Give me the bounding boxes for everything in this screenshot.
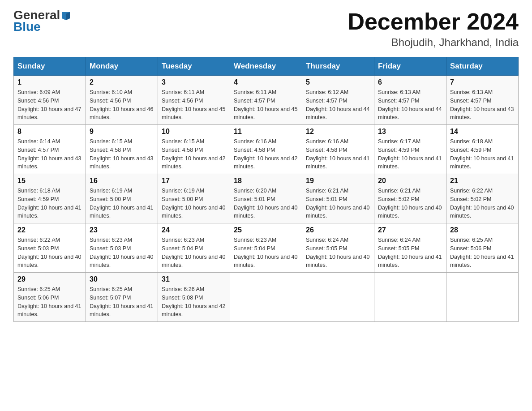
calendar-day-cell: 28Sunrise: 6:25 AMSunset: 5:06 PMDayligh… — [446, 223, 519, 273]
day-info: Sunrise: 6:25 AMSunset: 5:07 PMDaylight:… — [90, 285, 154, 319]
day-info: Sunrise: 6:23 AMSunset: 5:04 PMDaylight:… — [162, 236, 226, 270]
day-info: Sunrise: 6:13 AMSunset: 4:57 PMDaylight:… — [450, 88, 515, 122]
day-of-week-header: Monday — [86, 57, 158, 76]
calendar-day-cell: 2Sunrise: 6:10 AMSunset: 4:56 PMDaylight… — [86, 76, 158, 125]
calendar-day-cell: 4Sunrise: 6:11 AMSunset: 4:57 PMDaylight… — [230, 76, 302, 125]
day-info: Sunrise: 6:16 AMSunset: 4:58 PMDaylight:… — [306, 137, 370, 171]
calendar-day-cell: 3Sunrise: 6:11 AMSunset: 4:56 PMDaylight… — [158, 76, 230, 125]
day-info: Sunrise: 6:13 AMSunset: 4:57 PMDaylight:… — [378, 88, 442, 122]
calendar-day-cell: 30Sunrise: 6:25 AMSunset: 5:07 PMDayligh… — [86, 273, 158, 322]
calendar-day-cell: 17Sunrise: 6:19 AMSunset: 5:00 PMDayligh… — [158, 174, 230, 223]
calendar-day-cell: 20Sunrise: 6:21 AMSunset: 5:02 PMDayligh… — [374, 174, 446, 223]
calendar-day-cell — [302, 273, 374, 322]
day-info: Sunrise: 6:23 AMSunset: 5:04 PMDaylight:… — [234, 236, 298, 270]
day-number: 11 — [234, 128, 298, 136]
day-number: 20 — [378, 177, 442, 185]
day-number: 7 — [450, 78, 515, 86]
calendar-day-cell: 13Sunrise: 6:17 AMSunset: 4:59 PMDayligh… — [374, 125, 446, 174]
calendar-day-cell: 26Sunrise: 6:24 AMSunset: 5:05 PMDayligh… — [302, 223, 374, 273]
day-info: Sunrise: 6:15 AMSunset: 4:58 PMDaylight:… — [90, 137, 154, 171]
day-number: 18 — [234, 177, 298, 185]
day-number: 19 — [306, 177, 370, 185]
day-info: Sunrise: 6:12 AMSunset: 4:57 PMDaylight:… — [306, 88, 370, 122]
page-header: General Blue December 2024 Bhojudih, Jha… — [13, 9, 519, 49]
calendar-day-cell: 31Sunrise: 6:26 AMSunset: 5:08 PMDayligh… — [158, 273, 230, 322]
day-number: 30 — [90, 275, 154, 283]
calendar-day-cell: 19Sunrise: 6:21 AMSunset: 5:01 PMDayligh… — [302, 174, 374, 223]
day-info: Sunrise: 6:25 AMSunset: 5:06 PMDaylight:… — [450, 236, 515, 270]
day-number: 25 — [234, 226, 298, 234]
day-number: 13 — [378, 128, 442, 136]
day-number: 23 — [90, 226, 154, 234]
day-info: Sunrise: 6:18 AMSunset: 4:59 PMDaylight:… — [17, 187, 82, 220]
calendar-day-cell: 12Sunrise: 6:16 AMSunset: 4:58 PMDayligh… — [302, 125, 374, 174]
calendar-week-row: 29Sunrise: 6:25 AMSunset: 5:06 PMDayligh… — [14, 273, 519, 322]
calendar-day-cell: 27Sunrise: 6:24 AMSunset: 5:05 PMDayligh… — [374, 223, 446, 273]
day-info: Sunrise: 6:10 AMSunset: 4:56 PMDaylight:… — [90, 88, 154, 122]
day-number: 2 — [90, 78, 154, 86]
day-info: Sunrise: 6:11 AMSunset: 4:57 PMDaylight:… — [234, 88, 298, 122]
day-number: 17 — [162, 177, 226, 185]
calendar-day-cell: 8Sunrise: 6:14 AMSunset: 4:57 PMDaylight… — [14, 125, 86, 174]
day-info: Sunrise: 6:23 AMSunset: 5:03 PMDaylight:… — [90, 236, 154, 270]
day-number: 15 — [17, 177, 82, 185]
calendar-week-row: 8Sunrise: 6:14 AMSunset: 4:57 PMDaylight… — [14, 125, 519, 174]
day-number: 3 — [162, 78, 226, 86]
day-number: 31 — [162, 275, 226, 283]
month-title: December 2024 — [348, 9, 519, 34]
day-info: Sunrise: 6:15 AMSunset: 4:58 PMDaylight:… — [162, 137, 226, 171]
day-info: Sunrise: 6:22 AMSunset: 5:02 PMDaylight:… — [450, 187, 515, 220]
calendar-day-cell: 22Sunrise: 6:22 AMSunset: 5:03 PMDayligh… — [14, 223, 86, 273]
day-of-week-header: Friday — [374, 57, 446, 76]
calendar-day-cell: 10Sunrise: 6:15 AMSunset: 4:58 PMDayligh… — [158, 125, 230, 174]
day-number: 27 — [378, 226, 442, 234]
day-number: 8 — [17, 128, 82, 136]
title-block: December 2024 Bhojudih, Jharkhand, India — [348, 9, 519, 49]
calendar-day-cell: 29Sunrise: 6:25 AMSunset: 5:06 PMDayligh… — [14, 273, 86, 322]
calendar-day-cell: 18Sunrise: 6:20 AMSunset: 5:01 PMDayligh… — [230, 174, 302, 223]
day-info: Sunrise: 6:14 AMSunset: 4:57 PMDaylight:… — [17, 137, 82, 171]
calendar-day-cell — [446, 273, 519, 322]
day-info: Sunrise: 6:21 AMSunset: 5:02 PMDaylight:… — [378, 187, 442, 220]
calendar-day-cell: 23Sunrise: 6:23 AMSunset: 5:03 PMDayligh… — [86, 223, 158, 273]
day-info: Sunrise: 6:09 AMSunset: 4:56 PMDaylight:… — [17, 88, 82, 122]
day-number: 10 — [162, 128, 226, 136]
calendar-day-cell: 15Sunrise: 6:18 AMSunset: 4:59 PMDayligh… — [14, 174, 86, 223]
day-info: Sunrise: 6:26 AMSunset: 5:08 PMDaylight:… — [162, 285, 226, 319]
day-number: 29 — [17, 275, 82, 283]
calendar-day-cell: 25Sunrise: 6:23 AMSunset: 5:04 PMDayligh… — [230, 223, 302, 273]
calendar-day-cell: 21Sunrise: 6:22 AMSunset: 5:02 PMDayligh… — [446, 174, 519, 223]
day-of-week-header: Tuesday — [158, 57, 230, 76]
day-number: 24 — [162, 226, 226, 234]
calendar-day-cell — [374, 273, 446, 322]
day-info: Sunrise: 6:19 AMSunset: 5:00 PMDaylight:… — [90, 187, 154, 220]
day-number: 21 — [450, 177, 515, 185]
day-info: Sunrise: 6:24 AMSunset: 5:05 PMDaylight:… — [306, 236, 370, 270]
calendar-day-cell: 24Sunrise: 6:23 AMSunset: 5:04 PMDayligh… — [158, 223, 230, 273]
day-number: 6 — [378, 78, 442, 86]
day-number: 5 — [306, 78, 370, 86]
day-number: 14 — [450, 128, 515, 136]
calendar-day-cell: 9Sunrise: 6:15 AMSunset: 4:58 PMDaylight… — [86, 125, 158, 174]
day-info: Sunrise: 6:24 AMSunset: 5:05 PMDaylight:… — [378, 236, 442, 270]
day-of-week-header: Wednesday — [230, 57, 302, 76]
day-number: 1 — [17, 78, 82, 86]
day-info: Sunrise: 6:25 AMSunset: 5:06 PMDaylight:… — [17, 285, 82, 319]
logo: General Blue — [13, 9, 71, 34]
day-info: Sunrise: 6:21 AMSunset: 5:01 PMDaylight:… — [306, 187, 370, 220]
day-info: Sunrise: 6:11 AMSunset: 4:56 PMDaylight:… — [162, 88, 226, 122]
calendar-day-cell: 14Sunrise: 6:18 AMSunset: 4:59 PMDayligh… — [446, 125, 519, 174]
day-info: Sunrise: 6:20 AMSunset: 5:01 PMDaylight:… — [234, 187, 298, 220]
calendar-header-row: SundayMondayTuesdayWednesdayThursdayFrid… — [14, 57, 519, 76]
calendar-week-row: 1Sunrise: 6:09 AMSunset: 4:56 PMDaylight… — [14, 76, 519, 125]
day-info: Sunrise: 6:18 AMSunset: 4:59 PMDaylight:… — [450, 137, 515, 171]
location-title: Bhojudih, Jharkhand, India — [348, 36, 519, 49]
calendar-day-cell — [230, 273, 302, 322]
calendar-day-cell: 16Sunrise: 6:19 AMSunset: 5:00 PMDayligh… — [86, 174, 158, 223]
day-number: 16 — [90, 177, 154, 185]
calendar-day-cell: 6Sunrise: 6:13 AMSunset: 4:57 PMDaylight… — [374, 76, 446, 125]
calendar-day-cell: 11Sunrise: 6:16 AMSunset: 4:58 PMDayligh… — [230, 125, 302, 174]
day-info: Sunrise: 6:19 AMSunset: 5:00 PMDaylight:… — [162, 187, 226, 220]
day-info: Sunrise: 6:16 AMSunset: 4:58 PMDaylight:… — [234, 137, 298, 171]
day-of-week-header: Sunday — [14, 57, 86, 76]
